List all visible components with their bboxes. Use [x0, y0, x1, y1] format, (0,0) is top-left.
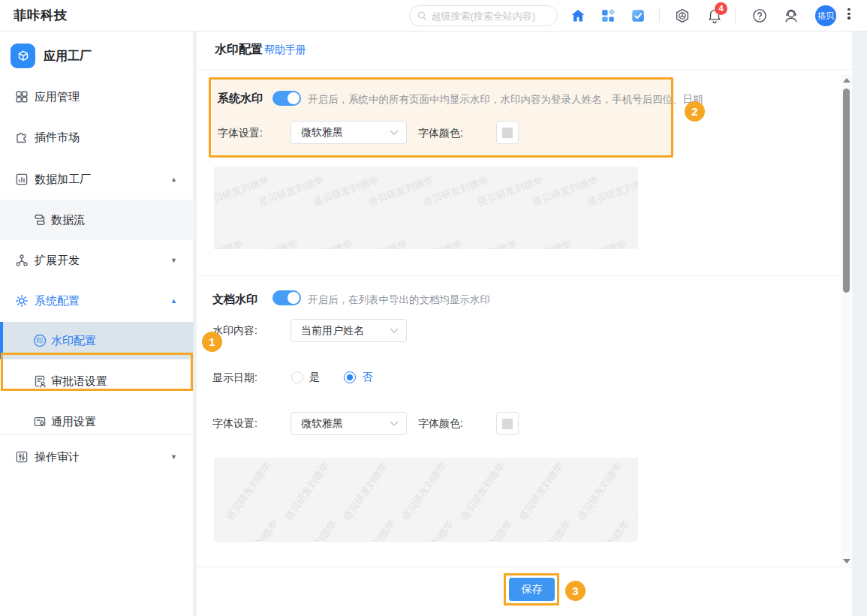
watermark-text: 搭贝研发刘德华 — [583, 518, 633, 542]
system-font-value: 微软雅黑 — [301, 126, 343, 140]
sidebar-item-app-management[interactable]: 应用管理 — [0, 77, 194, 117]
watermark-text: 搭贝研发刘德华 — [214, 237, 245, 249]
sidebar-item-data-factory[interactable]: 数据加工厂 ▲ — [0, 159, 194, 200]
general-settings-icon — [33, 415, 47, 428]
watermark-text: 搭贝研发刘德华 — [399, 460, 450, 524]
watermark-text: 搭贝研发刘德华 — [634, 460, 638, 524]
watermark-text: 搭贝研发刘德华 — [341, 460, 391, 524]
collapse-up-icon: ▲ — [170, 176, 177, 183]
expand-down-icon: ▼ — [170, 257, 177, 264]
scrollbar-down-arrow[interactable] — [843, 559, 850, 563]
data-factory-icon — [15, 173, 29, 186]
sidebar-item-label: 扩展开发 — [35, 254, 80, 268]
save-button[interactable]: 保存 — [509, 578, 555, 601]
watermark-text: 搭贝研发刘德华 — [224, 460, 274, 524]
sidebar-item-extension-dev[interactable]: 扩展开发 ▼ — [0, 240, 194, 281]
plugin-market-icon — [15, 131, 29, 144]
system-watermark-preview: 搭贝研发刘德华搭贝研发刘德华搭贝研发刘德华搭贝研发刘德华搭贝研发刘德华搭贝研发刘… — [214, 167, 638, 249]
topbar-divider — [735, 9, 736, 23]
show-date-radio-no[interactable]: 否 — [344, 371, 372, 384]
scrollbar-up-arrow[interactable] — [843, 78, 850, 83]
show-date-label: 显示日期: — [212, 371, 257, 385]
chevron-down-icon — [390, 130, 399, 136]
search-icon — [417, 11, 427, 21]
annotation-step-2: 2 — [685, 101, 705, 122]
watermark-text: 搭贝研发刘德华 — [282, 460, 333, 524]
brand-logo: 菲咔科技 — [14, 0, 68, 31]
sidebar-item-label: 应用管理 — [35, 90, 80, 104]
radio-circle-icon — [344, 371, 356, 383]
customer-support-icon[interactable] — [783, 8, 799, 24]
doc-watermark-preview: 搭贝研发刘德华搭贝研发刘德华搭贝研发刘德华搭贝研发刘德华搭贝研发刘德华搭贝研发刘… — [214, 458, 638, 542]
radio-label: 否 — [362, 371, 372, 384]
system-watermark-label: 系统水印 — [218, 92, 263, 106]
system-watermark-description: 开启后，系统中的所有页面中均显示水印，水印内容为登录人姓名，手机号后四位、日期 — [308, 93, 703, 107]
more-menu-icon[interactable] — [844, 8, 854, 23]
sidebar-item-label: 水印配置 — [51, 334, 96, 348]
watermark-content-select[interactable]: 当前用户姓名 — [291, 319, 407, 342]
system-watermark-toggle[interactable] — [272, 91, 301, 106]
approval-doc-icon — [33, 374, 47, 388]
footer-divider — [197, 566, 852, 567]
console-hexagon-icon[interactable] — [674, 8, 691, 24]
watermark-text: 搭贝研发刘德华 — [290, 518, 340, 542]
data-flow-icon — [33, 213, 47, 227]
annotation-step-3: 3 — [565, 581, 586, 601]
sidebar-item-data-flow[interactable]: 数据流 — [0, 200, 194, 240]
sidebar-item-label: 审批语设置 — [51, 374, 107, 389]
doc-font-value: 微软雅黑 — [301, 417, 343, 431]
help-manual-link[interactable]: 帮助手册 — [264, 44, 306, 57]
doc-watermark-toggle[interactable] — [272, 290, 301, 305]
main-content: 水印配置 帮助手册 系统水印 开启后，系统中的所有页面中均显示水印，水印内容为登… — [197, 32, 852, 616]
operation-audit-icon — [15, 450, 29, 464]
sidebar-item-operation-audit[interactable]: 操作审计 ▼ — [0, 437, 194, 477]
show-date-radio-yes[interactable]: 是 — [291, 371, 320, 384]
sidebar-item-approval-settings[interactable]: 审批语设置 — [0, 361, 194, 401]
page-title: 水印配置 — [215, 42, 263, 58]
doc-font-color-picker[interactable] — [496, 412, 519, 435]
doc-watermark-description: 开启后，在列表中导出的文档均显示水印 — [308, 293, 490, 307]
app-window: 菲咔科技 4 搭贝 应用工厂 应用管理 — [0, 0, 867, 616]
help-icon[interactable] — [751, 8, 768, 24]
global-search[interactable] — [409, 5, 558, 26]
sidebar-item-plugin-market[interactable]: 插件市场 — [0, 117, 194, 158]
sidebar-item-label: 应用工厂 — [44, 49, 92, 65]
scrollbar-thumb[interactable] — [843, 89, 850, 293]
sidebar-item-system-config[interactable]: 系统配置 ▲ — [0, 281, 194, 321]
user-avatar[interactable]: 搭贝 — [815, 5, 836, 26]
watermark-text: 搭贝研发刘德华 — [465, 518, 516, 542]
extension-dev-icon — [15, 254, 29, 267]
top-bar: 菲咔科技 4 搭贝 — [0, 0, 867, 32]
sidebar-item-label: 操作审计 — [35, 450, 80, 464]
sidebar-item-general-settings[interactable]: 通用设置 — [0, 401, 194, 442]
watermark-text: 搭贝研发刘德华 — [231, 518, 281, 542]
apps-grid-icon[interactable] — [600, 8, 616, 24]
active-indicator — [0, 322, 3, 359]
system-font-color-picker[interactable] — [496, 121, 519, 144]
sidebar-item-label: 通用设置 — [51, 415, 96, 429]
radio-label: 是 — [309, 371, 320, 384]
sidebar-item-label: 插件市场 — [35, 131, 80, 145]
doc-watermark-label: 文档水印 — [212, 293, 257, 307]
app-management-icon — [15, 90, 29, 104]
chevron-down-icon — [390, 421, 399, 427]
sidebar-item-label: 系统配置 — [35, 294, 80, 308]
system-font-select[interactable]: 微软雅黑 — [291, 121, 407, 144]
todo-check-icon[interactable] — [630, 8, 646, 24]
annotation-step-1: 1 — [202, 332, 222, 352]
sidebar-item-label: 数据流 — [51, 213, 85, 227]
sidebar-item-watermark-config[interactable]: 印 水印配置 — [0, 322, 194, 359]
collapse-up-icon: ▲ — [170, 297, 177, 305]
radio-circle-icon — [291, 371, 303, 383]
system-config-gear-icon — [15, 294, 29, 308]
font-setting-label: 字体设置: — [218, 127, 263, 140]
home-icon[interactable] — [570, 8, 586, 24]
watermark-content-value: 当前用户姓名 — [301, 324, 364, 338]
search-input[interactable] — [432, 11, 549, 22]
chevron-down-icon — [390, 328, 399, 334]
sidebar-item-app-factory[interactable]: 应用工厂 — [0, 36, 194, 77]
svg-text:印: 印 — [37, 337, 44, 344]
font-color-label: 字体颜色: — [418, 127, 463, 140]
doc-font-select[interactable]: 微软雅黑 — [291, 412, 407, 435]
header-divider — [197, 69, 852, 70]
